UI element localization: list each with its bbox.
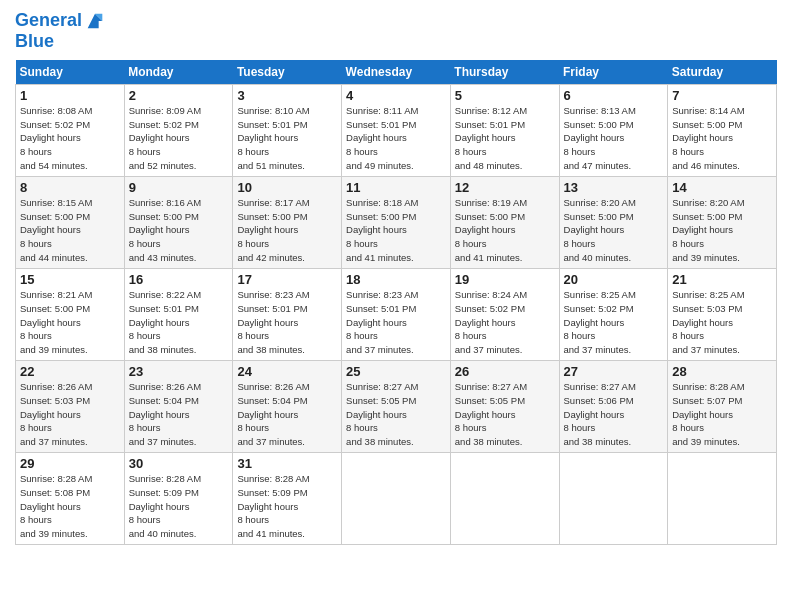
day-detail: Sunrise: 8:12 AMSunset: 5:01 PMDaylight … xyxy=(455,105,527,171)
header-row: SundayMondayTuesdayWednesdayThursdayFrid… xyxy=(16,60,777,85)
day-detail: Sunrise: 8:24 AMSunset: 5:02 PMDaylight … xyxy=(455,289,527,355)
day-number: 22 xyxy=(20,364,120,379)
day-detail: Sunrise: 8:15 AMSunset: 5:00 PMDaylight … xyxy=(20,197,92,263)
day-detail: Sunrise: 8:26 AMSunset: 5:04 PMDaylight … xyxy=(237,381,309,447)
calendar-cell: 17 Sunrise: 8:23 AMSunset: 5:01 PMDaylig… xyxy=(233,268,342,360)
day-header-sunday: Sunday xyxy=(16,60,125,85)
day-detail: Sunrise: 8:18 AMSunset: 5:00 PMDaylight … xyxy=(346,197,418,263)
calendar-cell: 2 Sunrise: 8:09 AMSunset: 5:02 PMDayligh… xyxy=(124,84,233,176)
day-number: 23 xyxy=(129,364,229,379)
day-number: 7 xyxy=(672,88,772,103)
calendar-week-1: 1 Sunrise: 8:08 AMSunset: 5:02 PMDayligh… xyxy=(16,84,777,176)
calendar-week-2: 8 Sunrise: 8:15 AMSunset: 5:00 PMDayligh… xyxy=(16,176,777,268)
day-detail: Sunrise: 8:14 AMSunset: 5:00 PMDaylight … xyxy=(672,105,744,171)
day-detail: Sunrise: 8:08 AMSunset: 5:02 PMDaylight … xyxy=(20,105,92,171)
day-detail: Sunrise: 8:28 AMSunset: 5:08 PMDaylight … xyxy=(20,473,92,539)
day-number: 8 xyxy=(20,180,120,195)
calendar-cell: 10 Sunrise: 8:17 AMSunset: 5:00 PMDaylig… xyxy=(233,176,342,268)
day-number: 27 xyxy=(564,364,664,379)
logo-blue-text: Blue xyxy=(15,32,106,52)
day-detail: Sunrise: 8:16 AMSunset: 5:00 PMDaylight … xyxy=(129,197,201,263)
calendar-cell: 26 Sunrise: 8:27 AMSunset: 5:05 PMDaylig… xyxy=(450,360,559,452)
day-number: 14 xyxy=(672,180,772,195)
calendar-cell: 23 Sunrise: 8:26 AMSunset: 5:04 PMDaylig… xyxy=(124,360,233,452)
day-header-wednesday: Wednesday xyxy=(342,60,451,85)
calendar-cell: 6 Sunrise: 8:13 AMSunset: 5:00 PMDayligh… xyxy=(559,84,668,176)
day-detail: Sunrise: 8:28 AMSunset: 5:09 PMDaylight … xyxy=(237,473,309,539)
calendar-cell: 21 Sunrise: 8:25 AMSunset: 5:03 PMDaylig… xyxy=(668,268,777,360)
day-number: 26 xyxy=(455,364,555,379)
page-container: General Blue SundayMondayTuesdayWednesda… xyxy=(0,0,792,550)
calendar-cell xyxy=(668,453,777,545)
day-number: 20 xyxy=(564,272,664,287)
calendar-cell xyxy=(559,453,668,545)
day-detail: Sunrise: 8:23 AMSunset: 5:01 PMDaylight … xyxy=(346,289,418,355)
day-number: 6 xyxy=(564,88,664,103)
day-detail: Sunrise: 8:13 AMSunset: 5:00 PMDaylight … xyxy=(564,105,636,171)
day-header-friday: Friday xyxy=(559,60,668,85)
calendar-cell: 24 Sunrise: 8:26 AMSunset: 5:04 PMDaylig… xyxy=(233,360,342,452)
day-number: 5 xyxy=(455,88,555,103)
day-header-saturday: Saturday xyxy=(668,60,777,85)
day-number: 13 xyxy=(564,180,664,195)
calendar-cell: 19 Sunrise: 8:24 AMSunset: 5:02 PMDaylig… xyxy=(450,268,559,360)
day-detail: Sunrise: 8:11 AMSunset: 5:01 PMDaylight … xyxy=(346,105,418,171)
calendar-cell: 8 Sunrise: 8:15 AMSunset: 5:00 PMDayligh… xyxy=(16,176,125,268)
day-number: 19 xyxy=(455,272,555,287)
calendar-cell: 25 Sunrise: 8:27 AMSunset: 5:05 PMDaylig… xyxy=(342,360,451,452)
day-number: 30 xyxy=(129,456,229,471)
day-detail: Sunrise: 8:09 AMSunset: 5:02 PMDaylight … xyxy=(129,105,201,171)
page-header: General Blue xyxy=(15,10,777,52)
day-number: 12 xyxy=(455,180,555,195)
calendar-week-5: 29 Sunrise: 8:28 AMSunset: 5:08 PMDaylig… xyxy=(16,453,777,545)
day-detail: Sunrise: 8:10 AMSunset: 5:01 PMDaylight … xyxy=(237,105,309,171)
logo-icon xyxy=(84,10,106,32)
day-detail: Sunrise: 8:19 AMSunset: 5:00 PMDaylight … xyxy=(455,197,527,263)
calendar-cell: 18 Sunrise: 8:23 AMSunset: 5:01 PMDaylig… xyxy=(342,268,451,360)
calendar-cell: 31 Sunrise: 8:28 AMSunset: 5:09 PMDaylig… xyxy=(233,453,342,545)
day-detail: Sunrise: 8:28 AMSunset: 5:07 PMDaylight … xyxy=(672,381,744,447)
calendar-cell: 29 Sunrise: 8:28 AMSunset: 5:08 PMDaylig… xyxy=(16,453,125,545)
calendar-cell: 9 Sunrise: 8:16 AMSunset: 5:00 PMDayligh… xyxy=(124,176,233,268)
day-detail: Sunrise: 8:22 AMSunset: 5:01 PMDaylight … xyxy=(129,289,201,355)
calendar-cell: 16 Sunrise: 8:22 AMSunset: 5:01 PMDaylig… xyxy=(124,268,233,360)
calendar-cell xyxy=(342,453,451,545)
calendar-cell: 30 Sunrise: 8:28 AMSunset: 5:09 PMDaylig… xyxy=(124,453,233,545)
day-detail: Sunrise: 8:27 AMSunset: 5:06 PMDaylight … xyxy=(564,381,636,447)
day-detail: Sunrise: 8:25 AMSunset: 5:03 PMDaylight … xyxy=(672,289,744,355)
day-number: 4 xyxy=(346,88,446,103)
day-number: 9 xyxy=(129,180,229,195)
day-detail: Sunrise: 8:27 AMSunset: 5:05 PMDaylight … xyxy=(455,381,527,447)
day-number: 16 xyxy=(129,272,229,287)
day-number: 28 xyxy=(672,364,772,379)
logo-text: General xyxy=(15,11,82,31)
day-number: 1 xyxy=(20,88,120,103)
calendar-table: SundayMondayTuesdayWednesdayThursdayFrid… xyxy=(15,60,777,545)
calendar-week-4: 22 Sunrise: 8:26 AMSunset: 5:03 PMDaylig… xyxy=(16,360,777,452)
calendar-cell: 15 Sunrise: 8:21 AMSunset: 5:00 PMDaylig… xyxy=(16,268,125,360)
day-number: 17 xyxy=(237,272,337,287)
calendar-cell: 27 Sunrise: 8:27 AMSunset: 5:06 PMDaylig… xyxy=(559,360,668,452)
day-detail: Sunrise: 8:25 AMSunset: 5:02 PMDaylight … xyxy=(564,289,636,355)
day-number: 21 xyxy=(672,272,772,287)
calendar-cell: 4 Sunrise: 8:11 AMSunset: 5:01 PMDayligh… xyxy=(342,84,451,176)
calendar-cell: 20 Sunrise: 8:25 AMSunset: 5:02 PMDaylig… xyxy=(559,268,668,360)
calendar-cell: 14 Sunrise: 8:20 AMSunset: 5:00 PMDaylig… xyxy=(668,176,777,268)
day-number: 11 xyxy=(346,180,446,195)
calendar-cell: 12 Sunrise: 8:19 AMSunset: 5:00 PMDaylig… xyxy=(450,176,559,268)
day-number: 24 xyxy=(237,364,337,379)
day-number: 29 xyxy=(20,456,120,471)
logo: General Blue xyxy=(15,10,106,52)
day-detail: Sunrise: 8:28 AMSunset: 5:09 PMDaylight … xyxy=(129,473,201,539)
day-number: 2 xyxy=(129,88,229,103)
day-detail: Sunrise: 8:26 AMSunset: 5:04 PMDaylight … xyxy=(129,381,201,447)
day-number: 25 xyxy=(346,364,446,379)
day-detail: Sunrise: 8:23 AMSunset: 5:01 PMDaylight … xyxy=(237,289,309,355)
day-detail: Sunrise: 8:27 AMSunset: 5:05 PMDaylight … xyxy=(346,381,418,447)
day-detail: Sunrise: 8:20 AMSunset: 5:00 PMDaylight … xyxy=(672,197,744,263)
day-number: 10 xyxy=(237,180,337,195)
calendar-cell: 7 Sunrise: 8:14 AMSunset: 5:00 PMDayligh… xyxy=(668,84,777,176)
calendar-cell: 5 Sunrise: 8:12 AMSunset: 5:01 PMDayligh… xyxy=(450,84,559,176)
day-detail: Sunrise: 8:17 AMSunset: 5:00 PMDaylight … xyxy=(237,197,309,263)
day-header-monday: Monday xyxy=(124,60,233,85)
